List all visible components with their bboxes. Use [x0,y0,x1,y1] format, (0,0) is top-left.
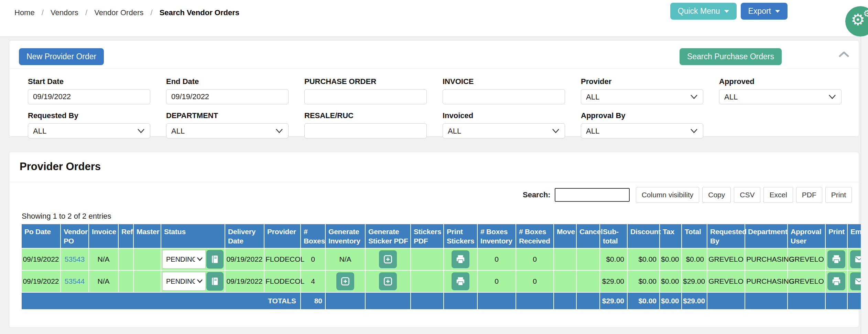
filter-start-date: Start Date [28,77,150,104]
table-header-row: Po Date Vendor PO Invoice Ref Master Sta… [22,224,868,248]
approved-select-wrap: ALL [719,89,842,104]
invoiced-select[interactable]: ALL [443,123,565,138]
pdf-button[interactable]: PDF [796,187,822,203]
resale-ruc-input[interactable] [304,123,427,138]
breadcrumb-home[interactable]: Home [14,8,35,17]
breadcrumb-vendors[interactable]: Vendors [51,8,78,17]
provider-select[interactable]: ALL [581,89,703,104]
col-header-subtotal[interactable]: Sub-total [600,224,627,248]
col-header-ref[interactable]: Ref [119,224,133,248]
requested-by-label: Requested By [28,111,150,120]
printer-icon [455,276,466,286]
col-header-master[interactable]: Master [134,224,161,248]
col-header-vendor-po[interactable]: Vendor PO [61,224,88,248]
status-notes-button[interactable] [206,250,224,269]
col-header-print[interactable]: Print [826,224,847,248]
cell-department: PURCHASING [745,249,787,270]
invoice-input[interactable] [443,89,565,104]
col-header-move[interactable]: Move [554,224,576,248]
status-select[interactable]: PENDING [162,250,206,269]
col-header-cancel[interactable]: Cancel [577,224,599,248]
vendor-po-link[interactable]: 53543 [65,255,85,263]
table-row: 09/19/2022 53543 N/A PENDING [22,249,868,270]
totals-empty [444,293,477,309]
status-notes-button[interactable] [206,272,224,291]
generate-sticker-pdf-button[interactable] [379,272,397,290]
col-header-approval-user[interactable]: Approval User [788,224,825,248]
end-date-input[interactable] [166,89,289,104]
col-header-generate-inventory[interactable]: Generate Inventory [326,224,365,248]
col-header-requested-by[interactable]: Requested By [707,224,745,248]
approval-by-select[interactable]: ALL [581,123,703,138]
requested-by-select[interactable]: ALL [28,123,150,138]
vendor-po-link[interactable]: 53544 [65,277,85,285]
col-header-tax[interactable]: Tax [660,224,681,248]
caret-down-icon [775,10,780,13]
status-group: PENDING [162,250,224,269]
export-button[interactable]: Export [741,3,788,20]
vertical-scrollbar[interactable] [861,36,868,334]
settings-fab-button[interactable]: ⚙ ⚙ [845,6,868,36]
table-search-input[interactable] [555,188,630,202]
copy-button[interactable]: Copy [702,187,731,203]
csv-button[interactable]: CSV [734,187,760,203]
column-visibility-button[interactable]: Column visibility [636,187,699,203]
col-header-delivery-date[interactable]: Delivery Date [225,224,264,248]
cell-stickers-pdf [411,249,443,270]
col-header-status[interactable]: Status [161,224,225,248]
cell-stickers-pdf [411,271,443,292]
approved-label: Approved [719,77,842,86]
approved-select[interactable]: ALL [719,89,842,104]
generate-sticker-pdf-button[interactable] [379,250,397,268]
department-select[interactable]: ALL [166,123,289,138]
quick-menu-label: Quick Menu [678,7,720,16]
col-header-provider[interactable]: Provider [264,224,300,248]
purchase-order-input[interactable] [304,89,427,104]
totals-empty [707,293,745,309]
col-header-invoice[interactable]: Invoice [89,224,118,248]
col-header-print-stickers[interactable]: Print Stickers [444,224,477,248]
cell-invoice: N/A [89,249,118,270]
col-header-boxes-received[interactable]: # Boxes Received [516,224,553,248]
cell-cancel [577,271,599,292]
status-select[interactable]: PENDING [162,272,206,291]
col-header-discount[interactable]: Discount [628,224,659,248]
breadcrumb-separator: / [42,8,44,17]
print-stickers-button[interactable] [452,250,469,268]
generate-inventory-button[interactable] [336,272,354,290]
datatable-toolbar: Search: Column visibility Copy CSV Excel… [21,187,852,203]
new-provider-order-button[interactable]: New Provider Order [19,48,104,65]
quick-menu-button[interactable]: Quick Menu [670,3,737,20]
col-header-po-date[interactable]: Po Date [22,224,60,248]
department-select-wrap: ALL [166,123,289,138]
cell-status: PENDING [161,271,225,292]
row-print-button[interactable] [827,250,845,268]
print-stickers-button[interactable] [452,272,469,290]
cell-discount: $0.00 [628,271,659,292]
cell-po-date: 09/19/2022 [22,249,60,270]
cell-boxes-inventory: 0 [478,271,516,292]
chevron-up-icon[interactable] [839,51,849,57]
cell-subtotal: $29.00 [600,271,627,292]
cell-move [554,249,576,270]
col-header-boxes-inventory[interactable]: # Boxes Inventory [478,224,516,248]
breadcrumb-vendor-orders[interactable]: Vendor Orders [94,8,143,17]
print-button[interactable]: Print [825,187,852,203]
cell-generate-sticker-pdf [366,271,410,292]
excel-button[interactable]: Excel [763,187,793,203]
col-header-stickers-pdf[interactable]: Stickers PDF [411,224,443,248]
totals-empty [745,293,787,309]
col-header-department[interactable]: Department [745,224,787,248]
totals-empty [826,293,847,309]
invoice-label: INVOICE [443,77,565,86]
page-background: New Provider Order Search Purchase Order… [0,36,868,334]
cell-generate-inventory [326,271,365,292]
journal-icon [210,255,219,264]
row-print-button[interactable] [827,272,845,290]
col-header-generate-sticker-pdf[interactable]: Generate Sticker PDF [366,224,410,248]
start-date-input[interactable] [28,89,150,104]
col-header-total[interactable]: Total [682,224,707,248]
search-purchase-orders-button[interactable]: Search Purchase Orders [680,48,782,65]
col-header-boxes[interactable]: # Boxes [301,224,325,248]
cell-delivery-date: 09/19/2022 [225,271,264,292]
